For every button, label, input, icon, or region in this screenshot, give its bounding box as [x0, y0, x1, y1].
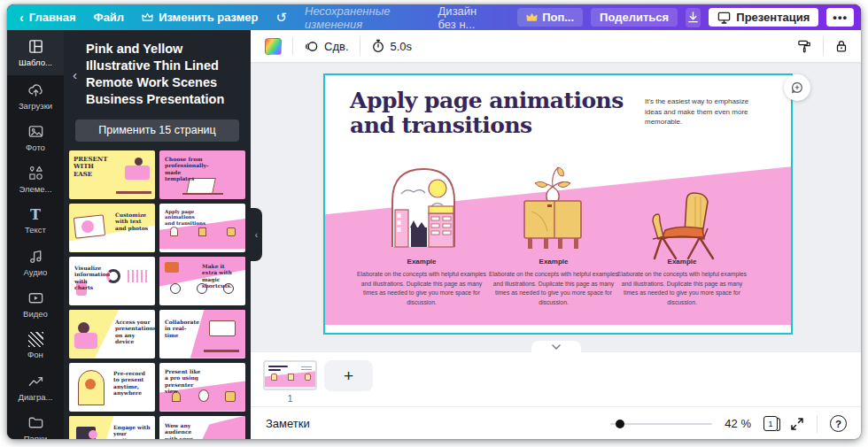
example-column-1[interactable]: Example Elaborate on the concepts with h…: [355, 258, 488, 307]
sidebar-item-label: Видео: [23, 309, 48, 319]
template-thumbnail-2[interactable]: Choose from professionally-made template…: [159, 150, 245, 199]
animate-label: Сдв.: [324, 40, 349, 53]
template-thumbnail-6[interactable]: Make it extra with magic shortcuts.: [159, 257, 245, 305]
sidebar-item-templates[interactable]: Шабло...: [7, 30, 64, 75]
topbar-right: Дизайн без н... Поп... Поделиться Презен…: [438, 4, 854, 31]
template-thumbnail-7[interactable]: Access your presentations on any device: [69, 310, 155, 358]
more-button[interactable]: •••: [826, 8, 854, 27]
window-illustration[interactable]: [387, 164, 460, 249]
copy-style-button[interactable]: [797, 39, 812, 54]
zoom-slider-track: [610, 423, 712, 425]
thumbnail-illustration: [125, 166, 150, 180]
template-thumbnail-3[interactable]: Customize with text and photos: [69, 204, 155, 252]
grid-view-button[interactable]: 1: [763, 416, 778, 431]
thumbnail-illustration: [165, 262, 179, 273]
file-menu[interactable]: Файл: [94, 11, 125, 24]
sidebar-item-text[interactable]: T Текст: [7, 200, 64, 242]
download-button[interactable]: [686, 8, 701, 27]
upgrade-button[interactable]: Поп...: [517, 8, 583, 27]
thumbnail-illustration: [74, 333, 97, 349]
sidebar-item-label: Диагра...: [19, 392, 53, 402]
toolbar-divider: [360, 37, 360, 55]
template-thumbnail-9[interactable]: Pre-record to present anytime, anywhere: [69, 363, 155, 412]
sidebar-item-uploads[interactable]: Загрузки: [7, 75, 64, 117]
audio-icon: [27, 248, 44, 265]
template-thumbnail-5[interactable]: Visualize information with charts: [69, 257, 155, 305]
share-label: Поделиться: [600, 11, 669, 24]
example-column-3[interactable]: Example Elaborate on the concepts with h…: [616, 258, 748, 307]
pages-panel: 1 + Заметки 42 % 1 ?: [251, 351, 861, 439]
lock-button[interactable]: [834, 39, 849, 53]
page-thumbnail-1[interactable]: 1: [263, 360, 317, 404]
share-button[interactable]: Поделиться: [591, 8, 678, 27]
background-color-swatch[interactable]: [265, 38, 282, 55]
design-title[interactable]: Дизайн без н...: [438, 4, 487, 31]
thumbnail-illustration: [225, 391, 236, 402]
armchair-illustration[interactable]: [649, 188, 722, 262]
thumbnail-title: Access your presentations on any device: [115, 319, 151, 345]
fullscreen-icon[interactable]: [790, 417, 804, 431]
screen: ‹ Главная Файл Изменить размер ↺ Несохра…: [0, 0, 868, 447]
zoom-level[interactable]: 42 %: [725, 417, 751, 430]
sidebar-item-label: Папки: [24, 434, 48, 439]
animate-button[interactable]: Сдв.: [304, 39, 349, 54]
present-label: Презентация: [736, 11, 810, 24]
sidebar-item-label: Текст: [25, 225, 46, 235]
sidebar-item-audio[interactable]: Аудио: [7, 242, 64, 283]
app-window: ‹ Главная Файл Изменить размер ↺ Несохра…: [7, 4, 861, 439]
slide-title[interactable]: Apply page animations and transitions: [350, 89, 642, 137]
template-thumbnail-11[interactable]: Engage with your audience using Live Q&A: [69, 416, 155, 440]
sidebar-item-label: Аудио: [24, 267, 48, 277]
crown-icon: [142, 12, 153, 22]
thumbnail-illustration: [81, 220, 94, 233]
home-button[interactable]: ‹ Главная: [19, 11, 76, 25]
cabinet-illustration[interactable]: [521, 160, 585, 259]
template-thumbnail-10[interactable]: Present like a pro using presenter view: [159, 363, 245, 412]
sidebar-item-folders[interactable]: Папки: [7, 408, 64, 439]
sidebar-item-charts[interactable]: Диагра...: [7, 366, 64, 408]
zoom-slider-knob[interactable]: [616, 420, 624, 428]
comment-button[interactable]: [784, 74, 810, 101]
thumbnail-illustration: [85, 379, 96, 389]
sidebar-item-background[interactable]: Фон: [7, 325, 64, 366]
background-icon: [28, 332, 43, 347]
sidebar-item-video[interactable]: Видео: [7, 283, 64, 325]
notes-button[interactable]: Заметки: [266, 417, 310, 430]
mini-text-line: [301, 369, 312, 370]
slide-subtitle[interactable]: It's the easiest way to emphasize ideas …: [645, 96, 758, 127]
template-thumbnail-4[interactable]: Apply page animations and transitions: [159, 204, 245, 252]
thumbnail-title: Engage with your audience using Live Q&A: [113, 424, 151, 440]
duration-value: 5.0s: [391, 40, 413, 53]
template-thumbnail-8[interactable]: Collaborate in real-time: [159, 310, 245, 358]
template-thumbnail-1[interactable]: PRESENT WITH EASE: [69, 150, 155, 199]
status-bar: Заметки 42 % 1 ?: [251, 406, 861, 439]
help-button[interactable]: ?: [830, 415, 847, 432]
present-button[interactable]: Презентация: [709, 8, 818, 27]
mini-illustration: [271, 374, 277, 381]
thumbnail-illustration: [227, 227, 236, 236]
panel-back-button[interactable]: ‹: [71, 67, 79, 82]
zoom-slider[interactable]: [610, 418, 712, 430]
chart-icon: [27, 373, 44, 389]
slide-page[interactable]: Apply page animations and transitions It…: [325, 75, 791, 333]
thumbnail-title: Customize with text and photos: [115, 212, 151, 232]
sidebar-item-photos[interactable]: Фото: [7, 117, 64, 158]
thumbnail-illustration: [198, 227, 206, 236]
template-thumbnail-12[interactable]: Wow any audience with your presentation.: [159, 416, 245, 440]
template-set-title: Pink and Yellow Illustrative Thin Lined …: [86, 41, 242, 109]
apply-all-pages-button[interactable]: Применить 15 страниц: [75, 119, 239, 142]
add-page-button[interactable]: +: [324, 360, 373, 391]
example-column-2[interactable]: Example Elaborate on the concepts with h…: [487, 258, 620, 307]
page-thumbnail-preview: [263, 360, 317, 390]
timer-icon: [371, 39, 385, 53]
pages-panel-collapse-tab[interactable]: [531, 341, 581, 352]
sidebar-item-elements[interactable]: Элеме...: [7, 158, 64, 200]
thumbnail-title: Present like a pro using presenter view: [165, 368, 205, 395]
undo-button[interactable]: ↺: [276, 11, 288, 24]
duration-button[interactable]: 5.0s: [371, 39, 413, 53]
download-icon: [686, 11, 700, 24]
mini-text-line: [301, 366, 312, 367]
resize-button[interactable]: Изменить размер: [142, 11, 258, 24]
sidebar-item-label: Загрузки: [19, 101, 52, 111]
panel-collapse-handle[interactable]: ‹: [251, 208, 262, 261]
